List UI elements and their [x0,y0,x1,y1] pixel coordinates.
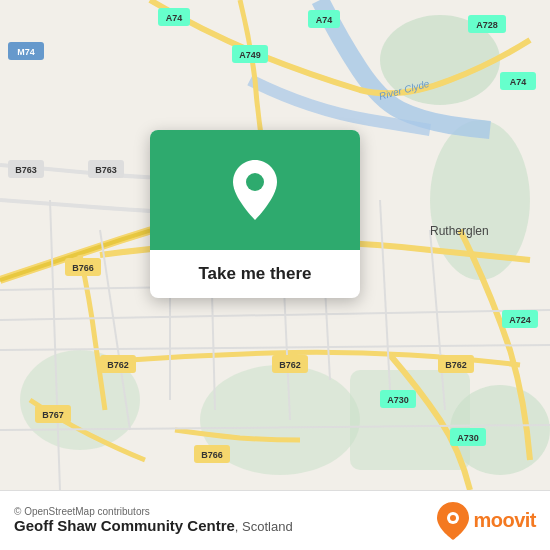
svg-text:A74: A74 [166,13,183,23]
svg-text:A749: A749 [239,50,261,60]
svg-text:A730: A730 [387,395,409,405]
place-info: © OpenStreetMap contributors Geoff Shaw … [14,506,293,535]
popup-map-icon-area [150,130,360,250]
place-name-line: Geoff Shaw Community Centre, Scotland [14,517,293,535]
svg-text:A730: A730 [457,433,479,443]
svg-point-57 [246,173,264,191]
location-pin-icon [229,160,281,220]
svg-text:A74: A74 [510,77,527,87]
popup-card: Take me there [150,130,360,298]
svg-text:B766: B766 [72,263,94,273]
moovit-pin-icon [437,502,469,540]
map-attribution: © OpenStreetMap contributors [14,506,293,517]
bottom-bar: © OpenStreetMap contributors Geoff Shaw … [0,490,550,550]
svg-text:B762: B762 [445,360,467,370]
svg-text:A728: A728 [476,20,498,30]
svg-point-59 [450,515,456,521]
svg-text:M74: M74 [17,47,35,57]
svg-text:B763: B763 [95,165,117,175]
popup-action-area: Take me there [150,250,360,298]
svg-text:Rutherglen: Rutherglen [430,224,489,238]
svg-text:B762: B762 [279,360,301,370]
svg-text:A74: A74 [316,15,333,25]
map-container: M74 A74 A74 A728 A749 A74 B763 B763 Rive… [0,0,550,490]
svg-text:B762: B762 [107,360,129,370]
svg-text:B763: B763 [15,165,37,175]
svg-text:B766: B766 [201,450,223,460]
moovit-logo: moovit [437,502,536,540]
take-me-there-button[interactable]: Take me there [198,264,311,284]
place-region: , Scotland [235,519,293,534]
svg-text:A724: A724 [509,315,531,325]
svg-text:B767: B767 [42,410,64,420]
place-name: Geoff Shaw Community Centre [14,517,235,534]
moovit-brand-text: moovit [473,509,536,532]
